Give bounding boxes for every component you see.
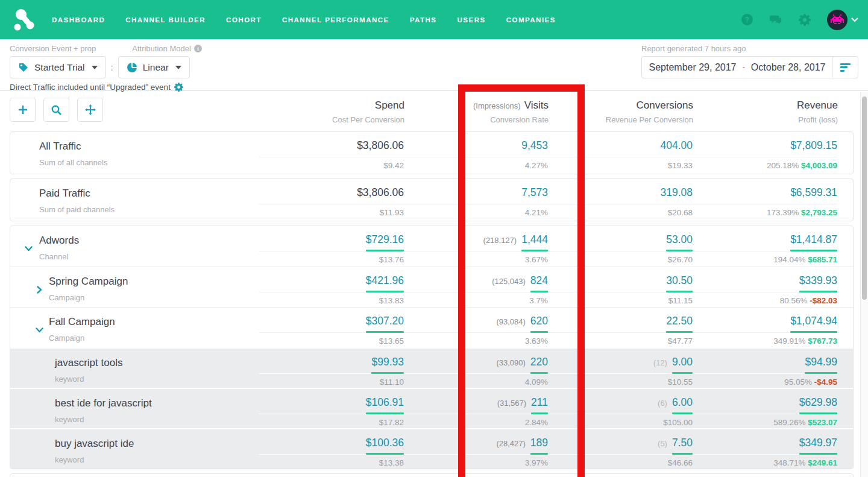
revenue-value[interactable]: $339.93 [799, 274, 837, 287]
spend-value[interactable]: $100.36 [366, 437, 404, 449]
user-avatar[interactable] [827, 10, 848, 30]
visits-value[interactable]: 189 [530, 437, 548, 449]
add-prop-label[interactable]: + prop [74, 44, 96, 53]
conversions-cell: 30.50 $11.15 [548, 274, 693, 307]
conversions-value[interactable]: 30.50 [666, 274, 693, 287]
revenue-value[interactable]: $629.98 [799, 396, 837, 409]
visits-value[interactable]: 1,444 [521, 233, 548, 246]
move-button[interactable] [77, 98, 103, 122]
conversions-value[interactable]: 9.00 [672, 356, 693, 368]
conversions-value[interactable]: 22.50 [666, 315, 693, 327]
expand-chevron-icon[interactable] [25, 243, 33, 254]
expand-chevron-icon[interactable] [36, 284, 43, 295]
conversions-value: 319.08 [660, 186, 693, 199]
revenue-value[interactable]: $1,074.94 [790, 315, 837, 327]
visits-value[interactable]: 211 [531, 396, 548, 409]
impressions-value: (125,043) [492, 277, 526, 286]
gear-icon[interactable] [798, 13, 811, 27]
spend-value[interactable]: $307.20 [366, 315, 404, 327]
settings-gear-icon[interactable] [174, 83, 183, 92]
help-icon[interactable]: ? [740, 13, 753, 27]
table-cards: All Traffic Sum of all channels $3,806.0… [10, 131, 854, 477]
nav-item-channel-builder[interactable]: CHANNEL BUILDER [125, 16, 206, 24]
revenue-cell: $94.99 95.05% -$4.95 [693, 356, 837, 388]
revenue-cell: $7,809.15 205.18% $4,003.09 [693, 139, 837, 174]
caret-down-icon [175, 66, 181, 69]
conversions-value[interactable]: 53.00 [666, 233, 693, 246]
conversion-rate-value: 2.84% [404, 418, 548, 427]
nav-item-companies[interactable]: COMPANIES [506, 16, 556, 24]
profit-percent-value: 95.05% [784, 377, 812, 387]
conversions-cell: 319.08 $20.68 [548, 186, 693, 221]
attribution-model-dropdown[interactable]: Linear [118, 56, 190, 78]
spend-value[interactable]: $729.16 [366, 233, 404, 246]
conversion-rate-value: 4.09% [404, 377, 548, 387]
table-row: Paid Traffic Sum of paid channels $3,806… [10, 179, 853, 221]
visits-value[interactable]: 620 [530, 315, 548, 327]
row-subtitle: keyword [55, 415, 259, 424]
conversion-rate-value: 3.63% [404, 336, 548, 346]
plus-icon [18, 105, 28, 115]
revenue-value[interactable]: $1,414.87 [790, 233, 837, 246]
spend-cell: $3,806.06 $11.93 [259, 186, 404, 221]
info-icon[interactable]: i [194, 45, 202, 52]
expand-chevron-icon[interactable] [36, 324, 43, 335]
search-button[interactable] [43, 98, 69, 122]
conversion-event-dropdown[interactable]: Started Trial [10, 56, 106, 78]
conversions-value[interactable]: 6.00 [672, 396, 693, 409]
revenue-cell: $349.97 348.71% $249.61 [693, 437, 837, 469]
nav-item-users[interactable]: USERS [458, 16, 486, 24]
assisted-conversions-value: (6) [658, 399, 667, 408]
impressions-value: (31,567) [497, 399, 526, 408]
spend-value[interactable]: $421.96 [366, 274, 404, 287]
top-nav: DASHBOARD CHANNEL BUILDER COHORT CHANNEL… [0, 0, 868, 39]
table-row: best ide for javascript keyword $106.91 … [10, 388, 853, 428]
conversion-rate-value: 4.21% [404, 208, 548, 217]
search-icon [51, 105, 61, 115]
table-card: All Traffic Sum of all channels $3,806.0… [10, 131, 854, 174]
nav-item-cohort[interactable]: COHORT [226, 16, 262, 24]
row-title: Adwords [39, 233, 259, 247]
chat-icon[interactable] [769, 13, 782, 27]
revenue-per-conversion-value: $11.15 [548, 296, 693, 305]
scrollbar-track[interactable] [860, 92, 868, 477]
nav-item-channel-performance[interactable]: CHANNEL PERFORMANCE [282, 16, 389, 24]
nav-item-paths[interactable]: PATHS [410, 16, 437, 24]
table-row: Video Channel $899.99 577 14.00 $944.97 [10, 474, 853, 477]
cost-per-conversion-value: $11.93 [259, 208, 404, 217]
impressions-value: (33,090) [496, 358, 525, 367]
profit-amount-value: $523.07 [808, 418, 837, 427]
profit-percent-value: 80.56% [780, 296, 808, 305]
row-name-cell: Paid Traffic Sum of paid channels [10, 186, 259, 221]
spend-value[interactable]: $106.91 [366, 396, 404, 409]
row-subtitle: Campaign [49, 293, 259, 302]
attribution-logo [13, 8, 37, 32]
pie-chart-icon [127, 62, 137, 73]
move-icon [85, 104, 96, 115]
chevron-down-icon[interactable] [851, 17, 858, 22]
table-row: Adwords Channel $729.16 $13.76 (218,127)… [10, 226, 853, 267]
row-subtitle: Sum of all channels [39, 158, 259, 167]
date-filter-icon[interactable] [832, 57, 858, 78]
conversion-rate-value: 3.7% [404, 296, 548, 305]
report-generated-label: Report generated 7 hours ago [641, 44, 858, 53]
add-channel-button[interactable] [10, 98, 36, 122]
spend-cell: $100.36 $13.38 [259, 437, 404, 469]
scrollbar-thumb[interactable] [862, 96, 867, 300]
column-header-conversions: Conversions Revenue Per Conversion [549, 98, 693, 124]
visits-value: 9,453 [521, 139, 548, 152]
conversions-value[interactable]: 7.50 [672, 437, 693, 449]
date-range-picker[interactable]: September 29, 2017 - October 28, 2017 [641, 56, 858, 78]
visits-value[interactable]: 824 [530, 274, 548, 287]
visits-value: 7,573 [521, 186, 548, 199]
nav-item-dashboard[interactable]: DASHBOARD [52, 16, 105, 24]
profit-percent-value: 205.18% [767, 161, 799, 170]
revenue-cell: $629.98 589.26% $523.07 [693, 396, 837, 428]
visits-value[interactable]: 220 [530, 356, 548, 368]
revenue-value[interactable]: $349.97 [799, 437, 837, 449]
spend-value[interactable]: $99.93 [371, 356, 404, 368]
profit-amount-value: $2,793.25 [801, 208, 837, 217]
revenue-value[interactable]: $94.99 [805, 356, 837, 368]
table-row: buy javascript ide keyword $100.36 $13.3… [10, 428, 853, 469]
impressions-value: (218,127) [483, 236, 517, 245]
